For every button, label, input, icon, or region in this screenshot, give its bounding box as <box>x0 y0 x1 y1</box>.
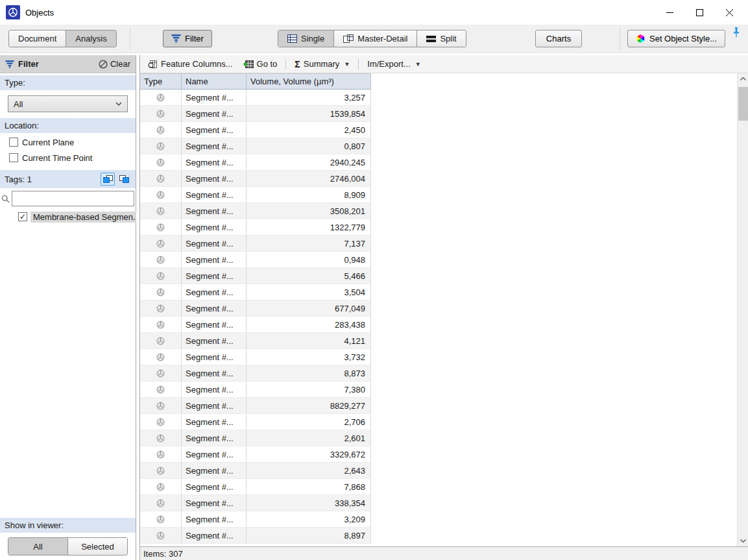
table-row[interactable]: Segment #... 8829,277 <box>140 398 371 414</box>
filter-toggle-button[interactable]: Filter <box>163 30 212 47</box>
cell-name: Segment #... <box>182 203 247 219</box>
table-row[interactable]: Segment #... 0,948 <box>140 252 371 268</box>
table-row[interactable]: Segment #... 8,897 <box>140 528 371 544</box>
cell-type <box>140 268 182 284</box>
segment-sphere-icon <box>156 223 165 232</box>
table-row[interactable]: Segment #... 677,049 <box>140 300 371 317</box>
table-row[interactable]: Segment #... 1539,854 <box>140 106 371 122</box>
deselect-tags-button[interactable] <box>117 173 131 186</box>
cell-name: Segment #... <box>182 430 247 446</box>
table-row[interactable]: Segment #... 4,121 <box>140 333 371 349</box>
table-row[interactable]: Segment #... 2,706 <box>140 414 371 430</box>
cell-type <box>140 122 182 138</box>
segment-sphere-icon <box>156 272 165 280</box>
tag-search-input[interactable] <box>12 191 134 206</box>
column-header-name[interactable]: Name <box>182 74 247 89</box>
table-row[interactable]: Segment #... 3,257 <box>140 90 371 106</box>
table-row[interactable]: Segment #... 3,209 <box>140 511 371 528</box>
charts-button[interactable]: Charts <box>535 30 582 47</box>
status-bar: Items: 307 <box>140 546 748 560</box>
cell-type <box>140 106 182 122</box>
segment-sphere-icon <box>156 434 165 443</box>
feature-columns-button[interactable]: Feature Columns... <box>144 57 237 71</box>
minimize-button[interactable] <box>655 0 684 25</box>
tag-item[interactable]: ✓ Membrane-based Segmen... <box>0 210 136 223</box>
table-toolbar-separator <box>285 59 286 69</box>
layout-split-button[interactable]: Split <box>417 30 465 47</box>
segment-sphere-icon <box>156 110 165 118</box>
table-toolbar-separator-2 <box>358 59 359 69</box>
cell-volume: 2,706 <box>247 414 371 430</box>
current-time-point-option[interactable]: Current Time Point <box>0 151 136 164</box>
tab-analysis[interactable]: Analysis <box>66 30 115 47</box>
select-all-tags-button[interactable] <box>101 173 115 186</box>
segment-sphere-icon <box>156 191 165 199</box>
im-export-dropdown-button[interactable]: Im/Export... ▼ <box>363 57 424 71</box>
set-object-style-button[interactable]: Set Object Style... <box>627 30 725 47</box>
cell-name: Segment #... <box>182 398 247 414</box>
sidebar-filter-title: Filter <box>18 59 39 69</box>
tag-checkbox[interactable]: ✓ <box>18 212 27 221</box>
table-row[interactable]: Segment #... 3329,672 <box>140 446 371 463</box>
caret-down-icon: ▼ <box>415 61 421 67</box>
table-row[interactable]: Segment #... 3508,201 <box>140 203 371 219</box>
column-header-type[interactable]: Type <box>140 74 182 89</box>
viewer-selected-button[interactable]: Selected <box>68 538 127 555</box>
table-row[interactable]: Segment #... 3,732 <box>140 349 371 365</box>
summary-dropdown-button[interactable]: Σ Summary ▼ <box>291 57 354 71</box>
feature-columns-icon <box>148 60 158 69</box>
clear-icon <box>99 60 108 69</box>
cell-name: Segment #... <box>182 154 247 171</box>
table-row[interactable]: Segment #... 3,504 <box>140 284 371 300</box>
close-button[interactable] <box>714 0 744 25</box>
segment-sphere-icon <box>156 515 165 524</box>
viewer-all-button[interactable]: All <box>8 538 68 555</box>
scroll-down-arrow[interactable] <box>738 535 748 546</box>
cell-type <box>140 300 182 317</box>
table-row[interactable]: Segment #... 7,380 <box>140 382 371 398</box>
table-row[interactable]: Segment #... 2,450 <box>140 122 371 138</box>
go-to-button[interactable]: Go to <box>239 57 282 71</box>
cell-type <box>140 463 182 479</box>
cell-volume: 3508,201 <box>247 203 371 219</box>
toolbar-separator <box>130 27 130 50</box>
segment-sphere-icon <box>156 256 165 264</box>
layout-single-button[interactable]: Single <box>278 30 334 47</box>
type-dropdown[interactable]: All <box>8 95 128 112</box>
scroll-up-arrow[interactable] <box>738 73 748 84</box>
table-row[interactable]: Segment #... 8,873 <box>140 365 371 382</box>
segment-sphere-icon <box>156 450 165 459</box>
maximize-button[interactable] <box>684 0 714 25</box>
current-time-point-checkbox[interactable] <box>9 153 18 162</box>
table-row[interactable]: Segment #... 2,643 <box>140 463 371 479</box>
current-plane-option[interactable]: Current Plane <box>0 136 136 149</box>
cell-name: Segment #... <box>182 495 247 511</box>
scrollbar-thumb[interactable] <box>738 87 748 121</box>
cell-volume: 8,909 <box>247 187 371 203</box>
pin-icon[interactable] <box>732 27 741 38</box>
table-row[interactable]: Segment #... 2940,245 <box>140 154 371 171</box>
layout-master-detail-button[interactable]: Master-Detail <box>334 30 417 47</box>
master-detail-icon <box>343 34 354 43</box>
table-row[interactable]: Segment #... 7,137 <box>140 236 371 252</box>
table-row[interactable]: Segment #... 283,438 <box>140 317 371 333</box>
table-row[interactable]: Segment #... 8,909 <box>140 187 371 203</box>
segment-sphere-icon <box>156 93 165 102</box>
segment-sphere-icon <box>156 369 165 378</box>
tab-document[interactable]: Document <box>9 30 66 47</box>
color-hexagon-icon <box>636 34 645 43</box>
table-row[interactable]: Segment #... 0,807 <box>140 138 371 154</box>
table-row[interactable]: Segment #... 1322,779 <box>140 219 371 236</box>
segment-sphere-icon <box>156 207 165 215</box>
table-row[interactable]: Segment #... 5,466 <box>140 268 371 284</box>
column-header-volume[interactable]: Volume, Volume (µm³) <box>247 74 371 89</box>
table-row[interactable]: Segment #... 7,868 <box>140 479 371 495</box>
vertical-scrollbar[interactable] <box>737 73 748 546</box>
table-row[interactable]: Segment #... 338,354 <box>140 495 371 511</box>
table-row[interactable]: Segment #... 2746,004 <box>140 171 371 187</box>
cell-volume: 0,807 <box>247 138 371 154</box>
current-plane-checkbox[interactable] <box>9 138 18 147</box>
table-row[interactable]: Segment #... 2,601 <box>140 430 371 446</box>
clear-filter-button[interactable]: Clear <box>99 59 130 69</box>
table-toolbar: Feature Columns... Go to Σ Summary ▼ <box>140 55 748 73</box>
